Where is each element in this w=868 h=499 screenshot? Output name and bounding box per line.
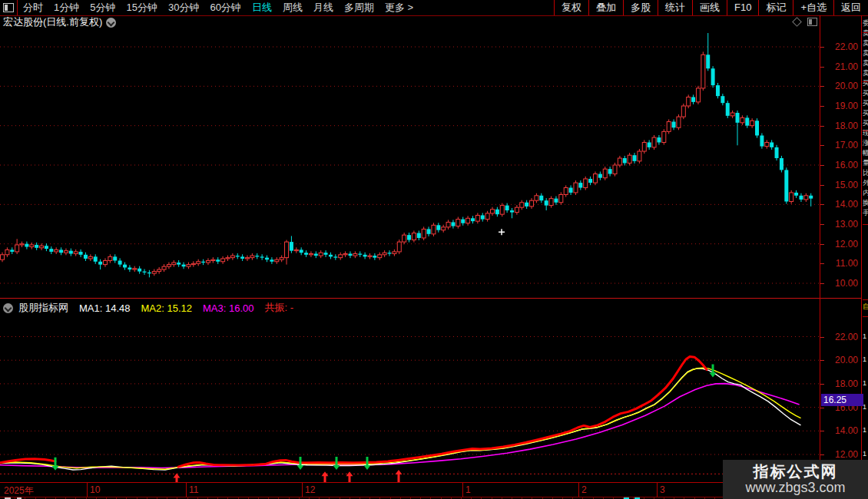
candle <box>417 230 421 240</box>
action-button-F10[interactable]: F10 <box>727 0 758 15</box>
candle <box>206 258 210 265</box>
candle <box>343 251 347 256</box>
date-label: 10 <box>90 484 100 495</box>
action-button-+自选[interactable]: +自选 <box>793 0 833 15</box>
candle <box>265 256 269 263</box>
split-panel-icon[interactable] <box>807 18 817 26</box>
sliver-char: 买 <box>863 90 868 97</box>
candle <box>275 257 279 264</box>
axis-price-label: 14.00 <box>835 425 858 436</box>
candle <box>260 254 264 259</box>
candle <box>329 253 333 259</box>
indicator-line-chart[interactable] <box>0 317 820 482</box>
diamond-icon[interactable] <box>792 17 802 27</box>
candle <box>475 213 479 223</box>
date-label: 2 <box>581 484 587 495</box>
candle <box>755 118 759 137</box>
candle <box>745 115 749 127</box>
tab-period-周线[interactable]: 周线 <box>283 1 303 15</box>
action-button-复权[interactable]: 复权 <box>554 0 588 15</box>
tab-period-60分钟[interactable]: 60分钟 <box>210 1 240 15</box>
title-row: 宏达股份(日线.前复权) <box>0 15 116 29</box>
candle <box>731 111 734 118</box>
axis-price-label: 18.00 <box>835 121 858 131</box>
axis-tick <box>820 431 824 431</box>
sliver-char: 内 <box>863 190 868 197</box>
candle <box>393 250 396 256</box>
axis-price-label: 20.00 <box>835 355 858 365</box>
candle <box>226 256 230 261</box>
action-button-多股[interactable]: 多股 <box>623 0 658 15</box>
action-button-画线[interactable]: 画线 <box>692 0 727 15</box>
candle <box>652 135 656 150</box>
axis-tick <box>820 224 824 225</box>
sliver-char: 卖 <box>863 50 868 57</box>
tab-period-1分钟[interactable]: 1分钟 <box>54 1 79 15</box>
period-tabs: 分时1分钟5分钟15分钟30分钟60分钟日线周线月线多周期更多 > <box>18 1 554 15</box>
action-button-叠加[interactable]: 叠加 <box>588 0 623 15</box>
action-button-统计[interactable]: 统计 <box>658 0 692 15</box>
tab-period-月线[interactable]: 月线 <box>313 1 333 15</box>
candle <box>221 256 225 264</box>
candle <box>648 140 651 150</box>
candle <box>784 167 788 203</box>
sliver-divider <box>863 224 868 225</box>
sliver-digit: 1 <box>863 427 866 434</box>
tab-period-分时[interactable]: 分时 <box>23 1 43 15</box>
candle <box>510 208 514 218</box>
candle <box>569 185 573 195</box>
tab-period-多周期[interactable]: 多周期 <box>344 1 374 15</box>
candle <box>628 153 631 165</box>
candle <box>461 217 465 226</box>
candle <box>333 254 337 259</box>
axis-price-label: 17.00 <box>835 140 858 150</box>
tab-period-5分钟[interactable]: 5分钟 <box>90 1 115 15</box>
tab-period-更多 >[interactable]: 更多 > <box>385 1 413 15</box>
sliver-char: 委 <box>863 20 868 27</box>
tab-period-30分钟[interactable]: 30分钟 <box>168 1 199 15</box>
candle <box>94 254 98 264</box>
axis-tick <box>820 360 824 361</box>
candle <box>422 226 426 240</box>
candle <box>804 193 808 202</box>
date-tick <box>302 483 303 497</box>
axis-price-label: 14.00 <box>835 199 858 210</box>
sliver-char: 量 <box>863 160 868 167</box>
candle <box>79 250 83 257</box>
sliver-char: 涨 <box>863 140 868 147</box>
period-toolbar: 分时1分钟5分钟15分钟30分钟60分钟日线周线月线多周期更多 > 复权叠加多股… <box>0 0 868 16</box>
date-axis[interactable]: 2025年101112123 <box>0 483 820 497</box>
indicator-chevron-down-icon[interactable] <box>3 303 13 313</box>
panel-separator[interactable] <box>0 298 862 299</box>
candle <box>436 223 440 233</box>
candle <box>137 266 141 274</box>
candle <box>520 200 524 210</box>
candle <box>59 247 63 255</box>
candle <box>633 153 637 164</box>
sliver-digit: 1 <box>863 333 866 340</box>
action-button-返回[interactable]: 返回 <box>833 0 868 15</box>
title-chevron-down-icon[interactable] <box>106 18 116 28</box>
candle <box>304 250 308 257</box>
tab-period-日线[interactable]: 日线 <box>252 1 272 15</box>
candle <box>397 240 401 254</box>
candle <box>157 267 161 274</box>
candle <box>197 259 200 266</box>
main-candlestick-chart[interactable] <box>0 29 820 298</box>
date-label: 1 <box>465 484 471 495</box>
candle <box>191 261 195 266</box>
candle <box>432 223 436 236</box>
candle <box>588 177 592 185</box>
candle <box>485 211 489 222</box>
layout-toggle-button[interactable] <box>0 0 18 15</box>
candle <box>427 226 431 236</box>
candle <box>481 213 485 221</box>
candle <box>505 203 509 213</box>
tab-period-15分钟[interactable]: 15分钟 <box>126 1 157 15</box>
action-button-标记[interactable]: 标记 <box>758 0 793 15</box>
axis-tick <box>820 145 824 146</box>
axis-tick <box>820 263 824 264</box>
candle <box>10 247 14 254</box>
candle <box>559 192 563 204</box>
candle <box>696 86 700 104</box>
